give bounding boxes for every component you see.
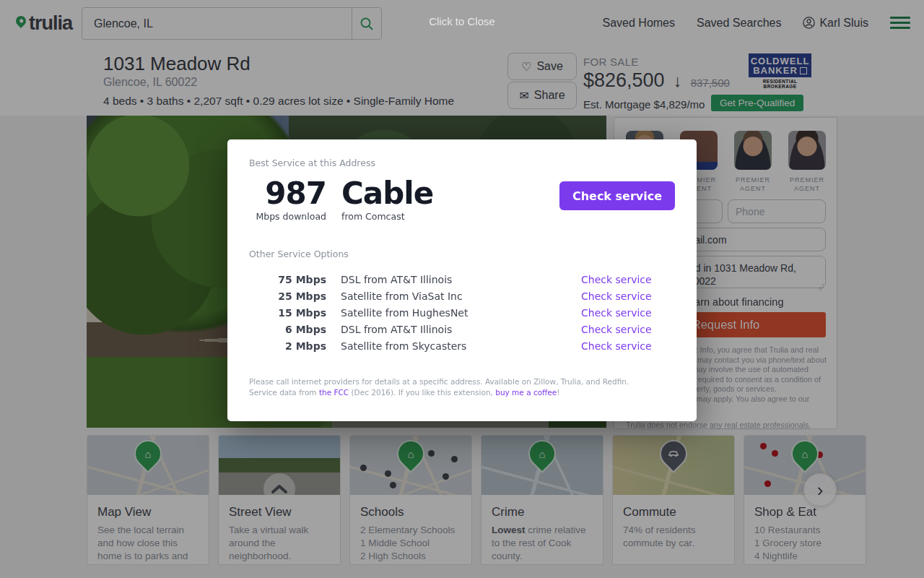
best-speed-caption: Mbps download	[227, 211, 326, 222]
check-service-link[interactable]: Check service	[581, 340, 652, 352]
other-options-label: Other Service Options	[249, 249, 349, 259]
modal-footnote: Please call internet providers for detai…	[249, 376, 675, 398]
page: trulia Saved Homes Saved Searches Karl S…	[0, 0, 924, 578]
best-speed-value: 987	[227, 176, 326, 211]
check-service-link[interactable]: Check service	[581, 324, 652, 335]
best-service-type: Cable	[341, 176, 433, 211]
internet-service-modal: Best Service at this Address 987 Cable M…	[227, 139, 697, 421]
check-service-button[interactable]: Check service	[559, 181, 675, 210]
check-service-link[interactable]: Check service	[581, 274, 652, 285]
best-provider: from Comcast	[341, 211, 405, 222]
check-service-link[interactable]: Check service	[581, 290, 652, 302]
service-option-row: 15 Mbps Satellite from HughesNet Check s…	[227, 307, 697, 320]
service-option-row: 25 Mbps Satellite from ViaSat Inc Check …	[227, 290, 697, 303]
service-option-row: 6 Mbps DSL from AT&T Illinois Check serv…	[227, 324, 697, 337]
check-service-link[interactable]: Check service	[581, 307, 652, 319]
coffee-link[interactable]: buy me a coffee	[495, 388, 557, 397]
fcc-link[interactable]: the FCC	[319, 388, 349, 397]
service-option-row: 75 Mbps DSL from AT&T Illinois Check ser…	[227, 274, 697, 287]
service-option-row: 2 Mbps Satellite from Skycasters Check s…	[227, 340, 697, 353]
best-service-label: Best Service at this Address	[249, 158, 375, 168]
